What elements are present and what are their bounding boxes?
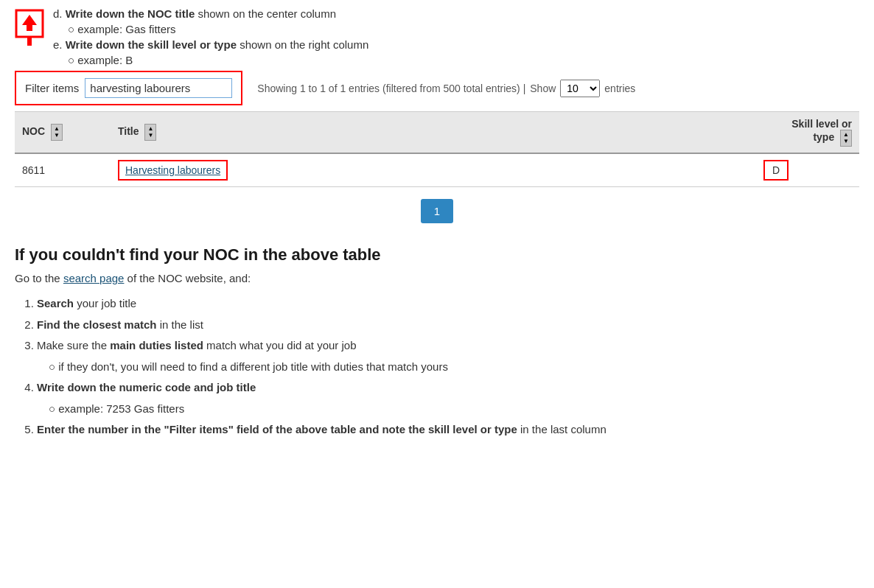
item-d-sub: example: Gas fitters (77, 23, 175, 35)
sort-up-icon: ▲ (147, 126, 153, 132)
top-instructions: d. Write down the NOC title shown on the… (53, 7, 368, 66)
col-title-label: Title (118, 125, 139, 137)
item-e-prefix: e. (53, 38, 63, 51)
step-5-rest: in the last column (520, 423, 606, 435)
filter-box: Filter items (15, 71, 242, 105)
noc-cell: 8611 (15, 153, 111, 187)
entries-label: entries (604, 83, 635, 94)
item-d-rest: shown on the center column (197, 7, 336, 20)
skill-cell: D (741, 153, 859, 187)
table-row: 8611 Harvesting labourers D (15, 153, 859, 187)
step-3: Make sure the main duties listed match w… (37, 335, 859, 377)
sort-up-icon: ▲ (54, 126, 60, 132)
search-page-link[interactable]: search page (63, 272, 125, 284)
step-2: Find the closest match in the list (37, 315, 859, 336)
step-4-bold: Write down the numeric code and job titl… (37, 381, 256, 393)
title-cell: Harvesting labourers (111, 153, 741, 187)
step-2-bold: Find the closest match (37, 318, 157, 331)
filter-input[interactable] (85, 78, 232, 98)
item-d-bold: Write down the NOC title (66, 7, 195, 20)
steps-list: Search your job title Find the closest m… (15, 293, 859, 441)
sort-down-icon: ▼ (843, 139, 849, 144)
show-label: Show (530, 83, 556, 94)
title-sort-btn[interactable]: ▲ ▼ (144, 124, 156, 141)
item-e-rest: shown on the right column (240, 38, 368, 51)
step-3-rest2: match what you did at your job (206, 339, 356, 351)
sort-up-icon: ▲ (843, 132, 849, 138)
step-3-sub: ○ if they don't, you will need to find a… (49, 357, 859, 378)
filter-label: Filter items (25, 82, 79, 94)
step-1-rest: your job title (77, 297, 136, 309)
col-title: Title ▲ ▼ (111, 112, 741, 154)
step-3-bold: main duties listed (110, 339, 203, 351)
item-e-bold: Write down the skill level or type (66, 38, 237, 51)
step-3-rest: Make sure the (37, 339, 110, 351)
item-d-prefix: d. (53, 7, 63, 20)
item-e-sub: example: B (77, 54, 133, 66)
no-find-section: If you couldn't find your NOC in the abo… (15, 245, 859, 441)
page-1-btn[interactable]: 1 (421, 199, 453, 223)
noc-sort-btn[interactable]: ▲ ▼ (51, 124, 63, 141)
title-link[interactable]: Harvesting labourers (125, 164, 220, 176)
sort-down-icon: ▼ (54, 133, 60, 139)
step-2-rest: in the list (160, 318, 203, 331)
step-5-bold: Enter the number in the "Filter items" f… (37, 423, 517, 435)
show-entries-select[interactable]: 10 25 50 100 (560, 80, 600, 97)
skill-sort-btn[interactable]: ▲ ▼ (840, 130, 852, 147)
no-find-intro: Go to the search page of the NOC website… (15, 272, 859, 284)
step-1: Search your job title (37, 293, 859, 315)
intro-text: Go to the (15, 272, 63, 284)
title-cell-highlight: Harvesting labourers (118, 160, 228, 181)
noc-value: 8611 (22, 164, 45, 176)
no-find-heading: If you couldn't find your NOC in the abo… (15, 245, 859, 265)
item-e-sub-prefix: ○ (68, 54, 77, 66)
pagination: 1 (15, 199, 859, 223)
showing-text: Showing 1 to 1 of 1 entries (filtered fr… (257, 83, 525, 94)
red-arrow-icon (15, 9, 47, 49)
step-5: Enter the number in the "Filter items" f… (37, 419, 859, 441)
col-skill: Skill level ortype ▲ ▼ (741, 112, 859, 154)
item-d-sub-prefix: ○ (68, 23, 77, 35)
col-noc: NOC ▲ ▼ (15, 112, 111, 154)
sort-down-icon: ▼ (147, 133, 153, 139)
showing-info: Showing 1 to 1 of 1 entries (filtered fr… (257, 80, 635, 97)
skill-cell-highlight: D (763, 160, 789, 181)
intro-rest: of the NOC website, and: (127, 272, 251, 284)
skill-value: D (772, 164, 780, 176)
col-noc-label: NOC (22, 125, 45, 137)
step-4-sub: ○ example: 7253 Gas fitters (49, 399, 859, 420)
step-1-bold: Search (37, 297, 74, 309)
svg-rect-2 (27, 37, 32, 46)
step-4: Write down the numeric code and job titl… (37, 377, 859, 419)
noc-table: NOC ▲ ▼ Title ▲ ▼ Skill level ortype ▲ ▼ (15, 111, 859, 187)
svg-marker-1 (22, 15, 37, 31)
